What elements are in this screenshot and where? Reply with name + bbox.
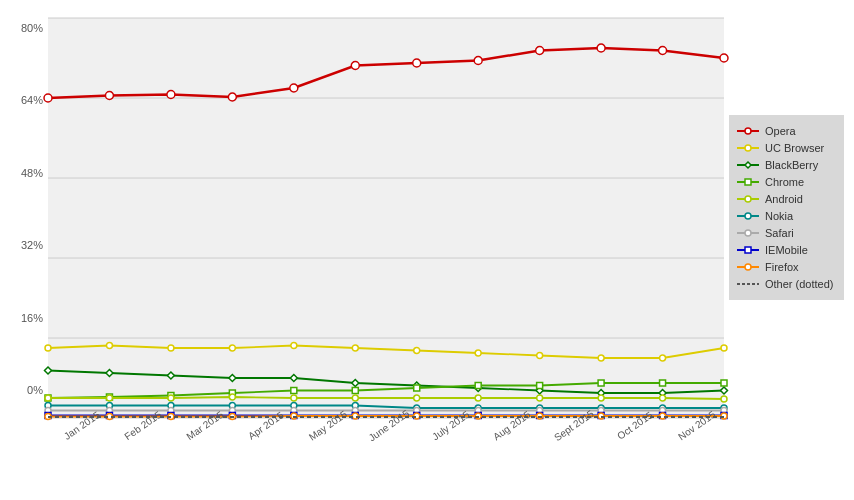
svg-point-136 xyxy=(291,343,297,349)
plot-bg xyxy=(48,18,724,418)
svg-rect-166 xyxy=(660,380,666,386)
y-axis-label: 80% xyxy=(21,22,43,34)
legend-icon xyxy=(737,143,759,153)
svg-rect-161 xyxy=(352,388,358,394)
svg-point-142 xyxy=(660,355,666,361)
chart-area: 80%64%48%32%16%0% OperaUC BrowserBlackBe… xyxy=(10,18,844,418)
legend-icon xyxy=(737,160,759,170)
svg-rect-164 xyxy=(537,383,543,389)
svg-rect-160 xyxy=(291,388,297,394)
svg-rect-162 xyxy=(414,385,420,391)
svg-point-124 xyxy=(290,84,298,92)
svg-point-120 xyxy=(44,94,52,102)
legend-item: Nokia xyxy=(737,210,836,222)
legend-item: Opera xyxy=(737,125,836,137)
legend-icon xyxy=(737,177,759,187)
legend-label: Chrome xyxy=(765,176,804,188)
legend: OperaUC BrowserBlackBerryChromeAndroidNo… xyxy=(729,115,844,300)
svg-point-143 xyxy=(721,345,727,351)
legend-item: IEMobile xyxy=(737,244,836,256)
svg-rect-243 xyxy=(745,247,751,253)
y-axis-label: 48% xyxy=(21,167,43,179)
svg-point-125 xyxy=(351,62,359,70)
svg-point-178 xyxy=(660,395,666,401)
chart-svg xyxy=(48,18,724,418)
y-axis-label: 64% xyxy=(21,94,43,106)
svg-point-168 xyxy=(45,395,51,401)
svg-point-245 xyxy=(745,264,751,270)
svg-point-172 xyxy=(291,395,297,401)
y-axis-label: 0% xyxy=(27,384,43,396)
svg-point-127 xyxy=(474,57,482,65)
svg-point-133 xyxy=(106,343,112,349)
legend-label: BlackBerry xyxy=(765,159,818,171)
svg-point-135 xyxy=(229,345,235,351)
y-axis-label: 32% xyxy=(21,239,43,251)
legend-item: Android xyxy=(737,193,836,205)
legend-icon xyxy=(737,279,759,289)
svg-point-126 xyxy=(413,59,421,67)
svg-point-130 xyxy=(659,47,667,55)
legend-label: UC Browser xyxy=(765,142,824,154)
svg-rect-163 xyxy=(475,383,481,389)
legend-item: Firefox xyxy=(737,261,836,273)
legend-item: UC Browser xyxy=(737,142,836,154)
svg-point-131 xyxy=(720,54,728,62)
svg-point-241 xyxy=(745,230,751,236)
plot-wrapper xyxy=(48,18,724,418)
svg-marker-233 xyxy=(745,162,751,168)
svg-rect-165 xyxy=(598,380,604,386)
svg-point-134 xyxy=(168,345,174,351)
chart-container: 80%64%48%32%16%0% OperaUC BrowserBlackBe… xyxy=(0,0,854,500)
svg-point-173 xyxy=(352,395,358,401)
legend-label: Other (dotted) xyxy=(765,278,833,290)
legend-item: Other (dotted) xyxy=(737,278,836,290)
svg-point-175 xyxy=(475,395,481,401)
y-axis-label: 16% xyxy=(21,312,43,324)
svg-point-174 xyxy=(414,395,420,401)
svg-point-229 xyxy=(745,128,751,134)
legend-item: Safari xyxy=(737,227,836,239)
svg-point-239 xyxy=(745,213,751,219)
svg-point-123 xyxy=(228,93,236,101)
svg-marker-149 xyxy=(352,380,359,387)
svg-point-139 xyxy=(475,350,481,356)
svg-marker-147 xyxy=(229,375,236,382)
svg-rect-167 xyxy=(721,380,727,386)
legend-icon xyxy=(737,262,759,272)
svg-point-169 xyxy=(106,395,112,401)
svg-point-141 xyxy=(598,355,604,361)
svg-point-177 xyxy=(598,395,604,401)
legend-label: Opera xyxy=(765,125,796,137)
y-axis: 80%64%48%32%16%0% xyxy=(10,18,48,418)
svg-point-171 xyxy=(229,394,235,400)
legend-item: Chrome xyxy=(737,176,836,188)
svg-point-179 xyxy=(721,396,727,402)
legend-icon xyxy=(737,194,759,204)
svg-marker-155 xyxy=(721,387,728,394)
svg-point-137 xyxy=(352,345,358,351)
legend-icon xyxy=(737,211,759,221)
svg-point-176 xyxy=(537,395,543,401)
legend-label: Firefox xyxy=(765,261,799,273)
svg-rect-235 xyxy=(745,179,751,185)
legend-label: Nokia xyxy=(765,210,793,222)
x-axis: Jan 2015Feb 2015Mar 2015Apr 2015May 2015… xyxy=(10,418,844,432)
svg-point-129 xyxy=(597,44,605,52)
plot-and-legend: OperaUC BrowserBlackBerryChromeAndroidNo… xyxy=(48,18,844,418)
svg-marker-148 xyxy=(290,375,297,382)
svg-point-138 xyxy=(414,348,420,354)
svg-point-140 xyxy=(537,353,543,359)
legend-icon xyxy=(737,126,759,136)
svg-point-122 xyxy=(167,91,175,99)
legend-label: Android xyxy=(765,193,803,205)
svg-point-128 xyxy=(536,47,544,55)
svg-point-231 xyxy=(745,145,751,151)
svg-point-121 xyxy=(105,92,113,100)
svg-point-237 xyxy=(745,196,751,202)
svg-point-132 xyxy=(45,345,51,351)
svg-marker-145 xyxy=(106,370,113,377)
svg-marker-146 xyxy=(167,372,174,379)
legend-icon xyxy=(737,245,759,255)
svg-point-170 xyxy=(168,395,174,401)
